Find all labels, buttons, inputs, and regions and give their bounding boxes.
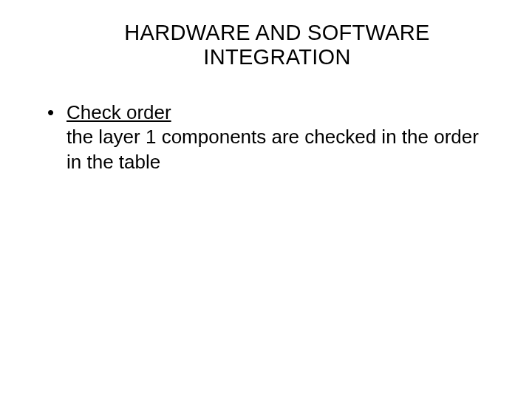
bullet-heading: Check order <box>66 100 495 125</box>
bullet-list: Check order the layer 1 components are c… <box>37 100 495 174</box>
bullet-body: the layer 1 components are checked in th… <box>66 125 495 174</box>
slide-title: HARDWARE AND SOFTWARE INTEGRATION <box>37 21 495 69</box>
list-item: Check order the layer 1 components are c… <box>47 100 495 174</box>
slide-container: HARDWARE AND SOFTWARE INTEGRATION Check … <box>0 0 532 399</box>
